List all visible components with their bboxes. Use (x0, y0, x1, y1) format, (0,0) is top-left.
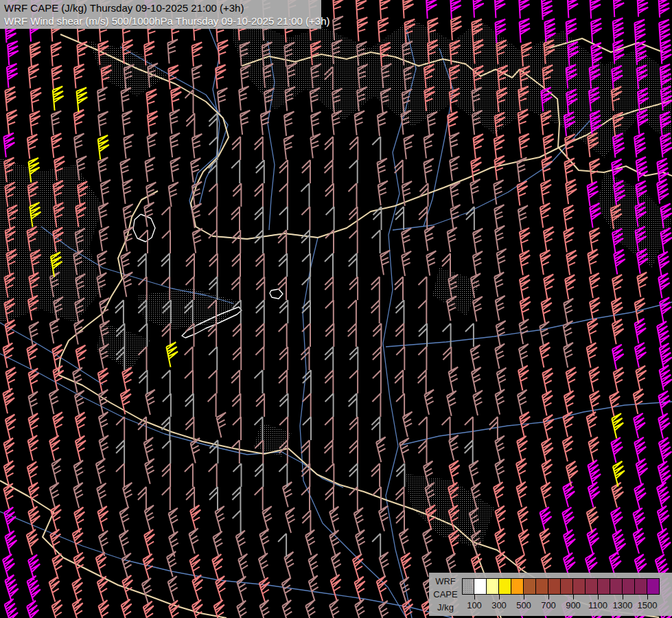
legend-color-cell (598, 578, 610, 595)
legend-label-unit: J/kg (429, 601, 462, 614)
legend-color-cell (474, 578, 487, 595)
legend-label-wrf: WRF (429, 575, 462, 588)
legend-color-cell (561, 578, 573, 595)
wrf-weather-map: WRF CAPE (J/kg) Thursday 09-10-2025 21:0… (0, 0, 672, 618)
wind-shear-title-line: WRF Wind shear (m/s) 500/1000hPa Thursda… (4, 14, 321, 27)
colorbar-tick-mark (524, 595, 524, 599)
legend-color-cell (586, 578, 598, 595)
colorbar-tick-mark (548, 595, 549, 599)
colorbar-tick-label: 700 (541, 600, 556, 610)
legend-color-cell (536, 578, 548, 595)
colorbar-tick-mark (474, 595, 475, 599)
legend-color-cell (548, 578, 561, 595)
legend-label-cape: CAPE (429, 588, 462, 601)
river-line (402, 402, 672, 445)
map-canvas (0, 0, 672, 618)
legend-color-cell (462, 578, 474, 595)
colorbar-tick-label: 900 (566, 600, 581, 610)
colorbar-tick-mark (647, 595, 648, 599)
colorbar-tick-label: 1300 (613, 600, 633, 610)
country-border-line (0, 481, 227, 618)
colorbar-tick-mark (499, 595, 500, 599)
colorbar-tick-mark (573, 595, 574, 599)
country-border-line (191, 184, 318, 239)
legend-color-cell (511, 578, 524, 595)
legend-color-cell (499, 578, 511, 595)
colorbar-tick-label: 100 (467, 600, 482, 610)
colorbar-tick-mark (623, 595, 623, 599)
colorbar-tick-label: 300 (491, 600, 507, 610)
colorbar-tick-label: 1500 (638, 600, 658, 610)
lake-outline (270, 289, 283, 299)
legend-color-cell (635, 578, 647, 595)
cape-title-line: WRF CAPE (J/kg) Thursday 09-10-2025 21:0… (4, 1, 321, 14)
legend-color-cell (524, 578, 536, 595)
terrain-stipple-region (0, 158, 103, 323)
colorbar-tick-label: 1100 (588, 600, 607, 610)
river-line (393, 120, 590, 230)
river-line (0, 354, 343, 488)
cape-colorbar (462, 578, 660, 595)
legend-color-cell (623, 578, 635, 595)
lake-outline (133, 214, 155, 242)
colorbar-tick-label: 500 (516, 600, 531, 610)
forecast-title-box: WRF CAPE (J/kg) Thursday 09-10-2025 21:0… (0, 0, 321, 29)
legend-color-cell (487, 578, 499, 595)
legend-color-cell (647, 578, 660, 595)
terrain-stipple-region (233, 12, 672, 158)
legend-color-cell (610, 578, 623, 595)
colorbar-tick-mark (598, 595, 599, 599)
legend-color-cell (573, 578, 586, 595)
legend-label-block: WRF CAPE J/kg (429, 575, 462, 614)
cape-legend-box: WRF CAPE J/kg 10030050070090011001300150… (429, 573, 672, 616)
